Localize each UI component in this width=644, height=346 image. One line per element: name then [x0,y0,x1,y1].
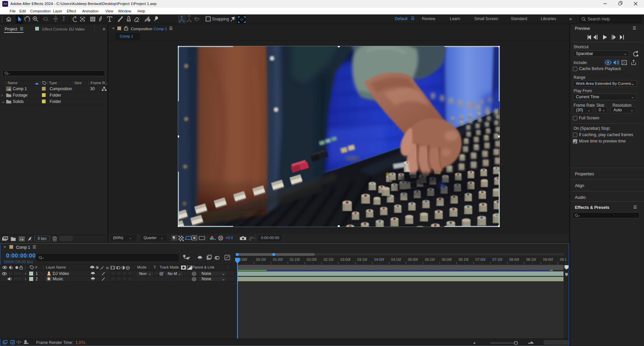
svg-text:05:15f: 05:15f [425,257,435,262]
svg-text:04:15f: 04:15f [391,257,401,262]
svg-text:00:15f: 00:15f [256,257,266,262]
svg-text:fx: fx [106,266,109,270]
svg-text:01:15f: 01:15f [290,257,300,262]
svg-text:08:00f: 08:00f [509,257,519,262]
svg-text:06:15f: 06:15f [459,257,468,262]
svg-text:0:00f: 0:00f [239,257,247,262]
svg-text:01:00f: 01:00f [273,257,283,262]
svg-text:04:00f: 04:00f [374,257,384,262]
svg-text:03:00f: 03:00f [340,257,350,262]
svg-text:06:00f: 06:00f [442,257,451,262]
svg-text:08:15f: 08:15f [526,257,536,262]
svg-text:09:00f: 09:00f [543,257,553,262]
svg-text:03:15f: 03:15f [357,257,367,262]
svg-text:02:15f: 02:15f [324,257,333,262]
svg-text:09:15f: 09:15f [560,257,567,262]
svg-text:02:00f: 02:00f [307,257,316,262]
svg-text:07:00f: 07:00f [476,257,485,262]
svg-text:05:00f: 05:00f [408,257,418,262]
svg-text:07:15f: 07:15f [492,257,502,262]
